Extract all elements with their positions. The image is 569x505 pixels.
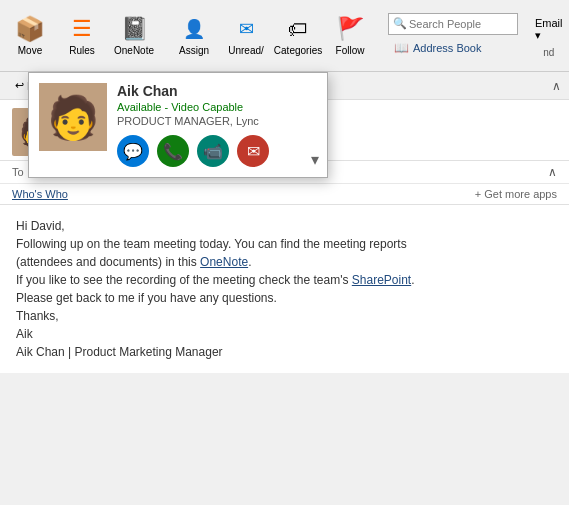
onenote-label: OneNote: [114, 45, 154, 56]
body-text-3: If you like to see the recording of the …: [16, 273, 352, 287]
follow-button[interactable]: 🚩 Follow: [328, 10, 372, 62]
popup-video-button[interactable]: 📹: [197, 135, 229, 167]
move-button[interactable]: 📦 Move: [8, 10, 52, 62]
sharepoint-link[interactable]: SharePoint: [352, 273, 411, 287]
whos-who-link[interactable]: Who's Who: [12, 188, 68, 200]
whos-who-bar: Who's Who + Get more apps: [0, 184, 569, 205]
follow-label: Follow: [336, 45, 365, 56]
assign-button[interactable]: 👤 Assign: [172, 10, 216, 62]
popup-avatar-image: 🧑: [39, 83, 107, 151]
unread-label: Unread/: [228, 45, 264, 56]
body-para1: Following up on the team meeting today. …: [16, 235, 553, 253]
popup-chat-button[interactable]: 💬: [117, 135, 149, 167]
address-book-button[interactable]: 📖 Address Book: [388, 37, 518, 59]
move-label: Move: [18, 45, 42, 56]
popup-expand-button[interactable]: ▾: [311, 150, 319, 169]
body-para2: (attendees and documents) in this OneNot…: [16, 253, 553, 271]
to-label: To: [12, 166, 24, 178]
unread-icon: ✉: [232, 15, 260, 43]
popup-info: Aik Chan Available - Video Capable PRODU…: [117, 83, 317, 167]
move-group: 📦 Move: [8, 10, 52, 62]
address-book-icon: 📖: [393, 40, 409, 56]
email-group: Email ▾ nd: [530, 14, 568, 58]
unread-button[interactable]: ✉ Unread/: [224, 10, 268, 62]
categories-icon: 🏷: [284, 15, 312, 43]
email-body: Hi David, Following up on the team meeti…: [0, 205, 569, 373]
assign-group: 👤 Assign: [172, 10, 216, 62]
get-more-apps-link[interactable]: + Get more apps: [475, 188, 557, 200]
move-icon: 📦: [16, 15, 44, 43]
popup-status: Available - Video Capable: [117, 101, 317, 113]
rules-button[interactable]: ☰ Rules: [60, 10, 104, 62]
onenote-icon: 📓: [120, 15, 148, 43]
search-icon: 🔍: [393, 17, 407, 30]
popup-email-button[interactable]: ✉: [237, 135, 269, 167]
rules-label: Rules: [69, 45, 95, 56]
categories-button[interactable]: 🏷 Categories: [276, 10, 320, 62]
unread-group: ✉ Unread/: [224, 10, 268, 62]
popup-contact-name[interactable]: Aik Chan: [117, 83, 317, 99]
rules-group: ☰ Rules: [60, 10, 104, 62]
nd-label: nd: [543, 47, 554, 58]
body-thanks: Thanks,: [16, 307, 553, 325]
assign-icon: 👤: [180, 15, 208, 43]
follow-group: 🚩 Follow: [328, 10, 372, 62]
rules-icon: ☰: [68, 15, 96, 43]
email-button[interactable]: Email ▾: [530, 14, 568, 45]
email-label: Email ▾: [535, 17, 563, 42]
onenote-link[interactable]: OneNote: [200, 255, 248, 269]
reply-icon: ↩: [15, 79, 24, 92]
body-greeting: Hi David,: [16, 217, 553, 235]
collapse-to-button[interactable]: ∧: [548, 165, 557, 179]
onenote-group: 📓 OneNote: [112, 10, 156, 62]
onenote-button[interactable]: 📓 OneNote: [112, 10, 156, 62]
assign-label: Assign: [179, 45, 209, 56]
popup-avatar: 🧑: [39, 83, 107, 151]
search-input[interactable]: [409, 18, 513, 30]
body-text-1: Following up on the team meeting today. …: [16, 237, 407, 251]
categories-label: Categories: [274, 45, 322, 56]
search-box[interactable]: 🔍: [388, 13, 518, 35]
contact-popup: 🧑 Aik Chan Available - Video Capable PRO…: [28, 72, 328, 178]
popup-phone-button[interactable]: 📞: [157, 135, 189, 167]
popup-title: PRODUCT MANAGER, Lync: [117, 115, 317, 127]
search-area: 🔍 📖 Address Book: [388, 13, 518, 59]
categories-group: 🏷 Categories: [276, 10, 320, 62]
follow-icon: 🚩: [336, 15, 364, 43]
body-period-1: .: [248, 255, 251, 269]
popup-actions: 💬 📞 📹 ✉: [117, 135, 317, 167]
body-text-2: (attendees and documents) in this: [16, 255, 200, 269]
toolbar: 📦 Move ☰ Rules 📓 OneNote 👤 Assign ✉ Unre…: [0, 0, 569, 72]
email-signature: Aik Chan | Product Marketing Manager: [16, 343, 553, 361]
collapse-sub-toolbar-button[interactable]: ∧: [552, 79, 561, 93]
body-para4: Please get back to me if you have any qu…: [16, 289, 553, 307]
body-name: Aik: [16, 325, 553, 343]
body-para3: If you like to see the recording of the …: [16, 271, 553, 289]
body-period-2: .: [411, 273, 414, 287]
address-book-label: Address Book: [413, 42, 481, 54]
